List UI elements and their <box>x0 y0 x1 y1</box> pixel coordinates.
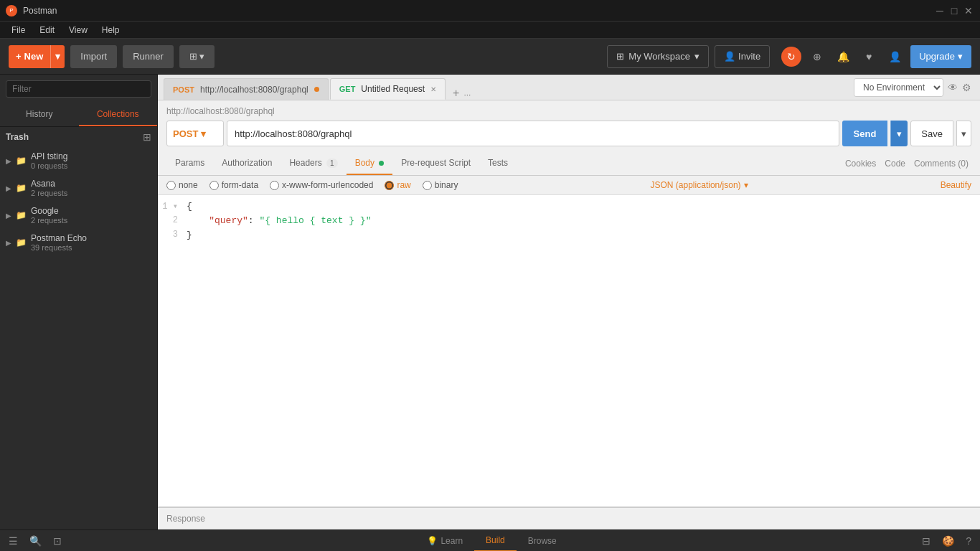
cookies-link[interactable]: Cookies <box>842 153 879 174</box>
collection-postman-echo[interactable]: ▶ 📁 Postman Echo 39 requests <box>0 229 157 256</box>
menu-file[interactable]: File <box>6 24 31 37</box>
tab-headers[interactable]: Headers 1 <box>281 152 346 175</box>
user-icon[interactable]: 👤 <box>885 47 905 67</box>
collection-info: Google 2 requests <box>31 206 151 225</box>
send-button[interactable]: Send <box>842 121 888 146</box>
cookies-icon[interactable]: 🍪 <box>942 535 954 547</box>
request-area: POST http://localhost:8080/graphql GET U… <box>158 75 980 529</box>
environment-select[interactable]: No Environment <box>854 78 943 97</box>
runner-button[interactable]: Runner <box>123 45 174 68</box>
sidebar-tabs: History Collections <box>0 103 157 127</box>
save-dropdown-button[interactable]: ▾ <box>956 121 971 146</box>
option-x-www-form[interactable]: x-www-form-urlencoded <box>270 180 373 190</box>
tab-body[interactable]: Body <box>347 152 393 175</box>
bottom-bar-right: ⊟ 🍪 ? <box>922 535 971 547</box>
person-icon: 👤 <box>724 51 735 62</box>
search-icon[interactable]: 🔍 <box>29 535 42 547</box>
search-input[interactable] <box>6 80 151 98</box>
tab-history[interactable]: History <box>0 103 79 126</box>
maximize-button[interactable]: □ <box>948 5 960 17</box>
menu-help[interactable]: Help <box>96 24 126 37</box>
import-button[interactable]: Import <box>70 45 117 68</box>
request-tab-post[interactable]: POST http://localhost:8080/graphql <box>164 78 329 100</box>
add-tab-button[interactable]: + <box>450 87 462 100</box>
request-tabs: Params Authorization Headers 1 Body Pre-… <box>158 152 980 176</box>
option-none[interactable]: none <box>166 180 198 190</box>
format-chevron-icon: ▾ <box>744 180 748 190</box>
method-badge-post: POST <box>173 85 194 94</box>
tab-close-icon[interactable]: ✕ <box>430 85 436 93</box>
sidebar-search-container <box>0 75 157 103</box>
eye-icon[interactable]: 👁 <box>948 82 958 93</box>
save-button[interactable]: Save <box>910 121 953 146</box>
tab-authorization[interactable]: Authorization <box>213 152 281 175</box>
menu-view[interactable]: View <box>63 24 93 37</box>
option-raw[interactable]: raw <box>385 180 410 190</box>
add-collection-icon[interactable]: ⊞ <box>143 131 151 143</box>
folder-icon: 📁 <box>16 210 27 220</box>
interceptor-icon[interactable]: ⊕ <box>807 47 827 67</box>
layout-button[interactable]: ⊞ ▾ <box>179 45 215 68</box>
option-form-data[interactable]: form-data <box>209 180 258 190</box>
workspace-selector: ⊞ My Workspace ▾ 👤 Invite <box>607 45 770 68</box>
console-icon[interactable]: ⊡ <box>53 535 62 547</box>
trash-label[interactable]: Trash <box>6 132 29 142</box>
comments-link[interactable]: Comments (0) <box>911 153 971 174</box>
code-line-1: 1 ▾ { <box>158 201 980 215</box>
notification-icon[interactable]: 🔔 <box>833 47 853 67</box>
method-badge-get: GET <box>339 85 356 93</box>
invite-label: Invite <box>738 51 760 62</box>
tab-params[interactable]: Params <box>166 152 213 175</box>
code-link[interactable]: Code <box>882 153 908 174</box>
workspace-label: My Workspace <box>628 51 690 62</box>
request-tab-links: Cookies Code Comments (0) <box>842 152 971 175</box>
app-logo: P <box>6 5 17 17</box>
bottom-bar-center: 💡 Learn Build Browse <box>62 530 922 552</box>
grid-icon: ⊞ <box>616 51 624 62</box>
heart-icon[interactable]: ♥ <box>859 47 879 67</box>
close-button[interactable]: ✕ <box>963 5 974 17</box>
split-view-icon[interactable]: ⊟ <box>922 535 930 547</box>
sidebar-toggle-icon[interactable]: ☰ <box>9 535 18 547</box>
menu-bar: File Edit View Help <box>0 22 980 39</box>
bottom-bar-left: ☰ 🔍 ⊡ <box>9 535 62 547</box>
tab-tests[interactable]: Tests <box>479 152 517 175</box>
collection-google[interactable]: ▶ 📁 Google 2 requests <box>0 202 157 229</box>
new-dropdown-arrow[interactable]: ▾ <box>51 45 65 68</box>
upgrade-button[interactable]: Upgrade ▾ <box>910 45 971 68</box>
beautify-button[interactable]: Beautify <box>941 180 971 190</box>
collection-api-tsting[interactable]: ▶ 📁 API tsting 0 requests <box>0 147 157 174</box>
bottom-tab-learn[interactable]: 💡 Learn <box>415 530 474 552</box>
menu-edit[interactable]: Edit <box>34 24 60 37</box>
request-tab-get[interactable]: GET Untitled Request ✕ <box>330 78 446 100</box>
help-icon[interactable]: ? <box>966 535 971 547</box>
code-editor[interactable]: 1 ▾ { 2 "query": "{ hello { text } }" 3 … <box>158 195 980 507</box>
settings-icon[interactable]: ⚙ <box>962 82 971 93</box>
minimize-button[interactable]: ─ <box>934 5 946 17</box>
new-button[interactable]: + New ▾ <box>9 45 65 68</box>
workspace-button[interactable]: ⊞ My Workspace ▾ <box>607 45 709 68</box>
collections-list: ▶ 📁 API tsting 0 requests ▶ 📁 Asana 2 re… <box>0 147 157 529</box>
bottom-tab-browse[interactable]: Browse <box>517 530 568 552</box>
invite-button[interactable]: 👤 Invite <box>715 45 770 68</box>
workspace-chevron: ▾ <box>694 51 699 62</box>
url-bar-container: http://localhost:8080/graphql POST ▾ Sen… <box>158 100 980 152</box>
url-input[interactable] <box>227 121 839 146</box>
collection-name: API tsting <box>31 151 151 161</box>
collection-asana[interactable]: ▶ 📁 Asana 2 requests <box>0 174 157 202</box>
tab-collections[interactable]: Collections <box>79 103 158 126</box>
method-select[interactable]: POST ▾ <box>166 121 224 146</box>
sync-icon[interactable]: ↻ <box>781 47 801 67</box>
line-content-1: { <box>187 201 192 212</box>
bottom-tab-build[interactable]: Build <box>474 530 517 552</box>
chevron-right-icon: ▶ <box>6 157 11 165</box>
option-binary[interactable]: binary <box>423 180 458 190</box>
format-selector[interactable]: JSON (application/json) ▾ <box>651 180 748 190</box>
collection-info: Asana 2 requests <box>31 179 151 197</box>
tab-prerequest[interactable]: Pre-request Script <box>392 152 479 175</box>
tab-overflow-button[interactable]: ··· <box>463 90 471 100</box>
headers-badge: 1 <box>326 159 338 168</box>
send-dropdown-button[interactable]: ▾ <box>890 121 908 146</box>
window-controls[interactable]: ─ □ ✕ <box>934 5 974 17</box>
new-label: New <box>24 51 44 62</box>
